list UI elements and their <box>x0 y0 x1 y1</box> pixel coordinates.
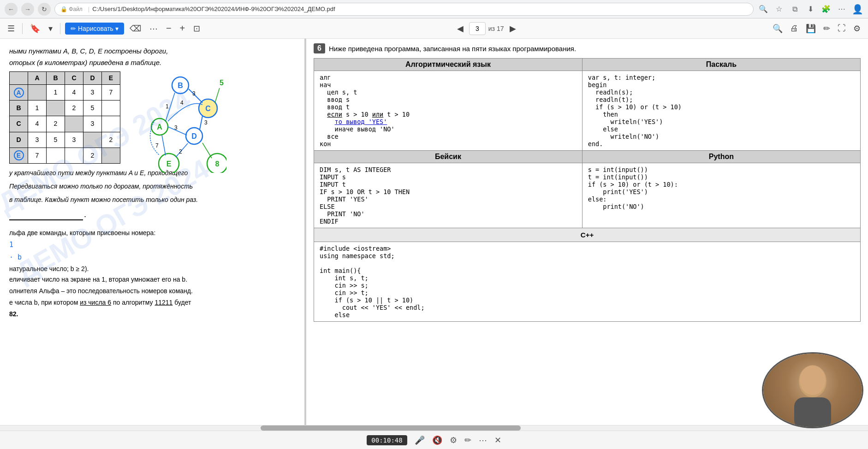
cell-ca: 4 <box>28 116 47 132</box>
table-header-b: B <box>47 72 65 85</box>
cell-da: 3 <box>28 132 47 148</box>
scroll-thumb[interactable] <box>261 425 521 431</box>
natural-text: натуральное число; b ≥ 2). <box>9 264 295 274</box>
star-icon[interactable]: ☆ <box>773 3 785 15</box>
basic-code-cell: DIM s, t AS INTEGER INPUT s INPUT t IF s… <box>314 163 583 228</box>
cell-ea: 7 <box>28 148 47 163</box>
cell-aa <box>28 85 47 100</box>
profile-icon[interactable]: 👤 <box>851 3 863 15</box>
question-header: 6 Ниже приведена программа, записанная н… <box>314 43 861 53</box>
alfa-line3: е числа b, при котором из числа 6 по алг… <box>9 298 295 307</box>
answer-input[interactable] <box>9 209 83 220</box>
cell-eb <box>47 148 65 163</box>
cell-ad: 3 <box>83 85 102 100</box>
sidebar-menu-button[interactable]: ☰ <box>5 22 18 35</box>
table-header-d: D <box>83 72 102 85</box>
close-icon[interactable]: ✕ <box>494 435 501 445</box>
fit-page-button[interactable]: ⊡ <box>190 22 203 35</box>
fullscreen-button[interactable]: ⛶ <box>835 22 849 35</box>
lang-algo-header: Алгоритмический язык <box>314 59 583 71</box>
row-header-e: E <box>10 148 28 163</box>
cmd2-display: · b <box>9 252 295 263</box>
code-row-basic-python: DIM s, t AS INTEGER INPUT s INPUT t IF s… <box>314 163 861 228</box>
zoom-icon[interactable]: 🔍 <box>757 3 769 15</box>
code-row-algo-pascal: алг нач цел s, t ввод s ввод t если s > … <box>314 71 861 151</box>
svg-text:3: 3 <box>192 90 196 97</box>
search-pdf-button[interactable]: 🔍 <box>770 22 785 35</box>
svg-text:A: A <box>157 123 162 131</box>
prev-page-button[interactable]: ◀ <box>454 22 466 35</box>
address-bar[interactable]: 🔒 Файл | C:/Users/1/Desktop/Информатика%… <box>54 3 754 16</box>
pdf-settings-button[interactable]: ⚙ <box>850 22 863 35</box>
svg-text:1: 1 <box>166 103 169 110</box>
mic-icon[interactable]: 🎤 <box>415 435 425 445</box>
separator1 <box>22 23 23 34</box>
more-menu-icon[interactable]: ⋯ <box>836 3 848 15</box>
distance-table: A B C D E A 1 4 3 7 <box>9 71 120 164</box>
page-navigation: ◀ из 17 ▶ <box>454 22 519 35</box>
question-line2: Передвигаться можно только по дорогам, п… <box>9 182 295 191</box>
row-header-b: B <box>10 100 28 116</box>
svg-text:3: 3 <box>204 119 208 126</box>
pen-icon: ✏ <box>71 25 76 32</box>
volume-icon[interactable]: 🔇 <box>432 435 442 445</box>
cell-ee <box>102 148 120 163</box>
svg-text:C: C <box>205 105 211 112</box>
print-button[interactable]: 🖨 <box>787 22 801 35</box>
table-row: A 1 4 3 7 <box>10 85 120 100</box>
download-icon[interactable]: ⬇ <box>804 3 816 15</box>
page-number-input[interactable] <box>469 22 486 35</box>
cell-dc: 3 <box>65 132 83 148</box>
alfa-header: льфа две команды, которым присвоены номе… <box>9 228 295 238</box>
cell-be <box>102 100 120 116</box>
page-total-label: из 17 <box>488 25 504 32</box>
webcam-overlay <box>762 352 863 428</box>
svg-line-25 <box>215 88 220 103</box>
lang-row-basic-python: Бейсик Python <box>314 151 861 163</box>
lang-pascal-header: Паскаль <box>582 59 860 71</box>
settings-icon[interactable]: ⚙ <box>450 435 457 445</box>
browser-bar: ← → ↻ 🔒 Файл | C:/Users/1/Desktop/Информ… <box>0 0 868 18</box>
question-line3: в таблице. Каждый пункт можно посетить т… <box>9 195 295 205</box>
zoom-in-button[interactable]: + <box>177 21 188 35</box>
zoom-out-button[interactable]: − <box>163 21 174 35</box>
back-button[interactable]: ← <box>5 3 18 16</box>
forward-button[interactable]: → <box>21 3 34 16</box>
annotate-button[interactable]: ✏ <box>820 22 833 35</box>
extensions-icon[interactable]: 🧩 <box>820 3 832 15</box>
horizontal-scrollbar[interactable] <box>0 425 868 431</box>
question-intro-text: Ниже приведена программа, записанная на … <box>329 45 576 53</box>
table-row: C 4 2 3 <box>10 116 120 132</box>
more-icon[interactable]: ⋯ <box>479 435 487 445</box>
cell-cc <box>65 116 83 132</box>
pdf-toolbar: ☰ 🔖 ▾ ✏ Нарисовать ▾ ⌫ ⋯ − + ⊡ ◀ из 17 ▶… <box>0 18 868 39</box>
save-button[interactable]: 💾 <box>803 22 819 35</box>
cell-db: 5 <box>47 132 65 148</box>
draw-label: Нарисовать <box>78 25 113 32</box>
table-header-empty <box>10 72 28 85</box>
cell-bd: 5 <box>83 100 102 116</box>
table-row: B 1 2 5 <box>10 100 120 116</box>
table-graph-area: A B C D E A 1 4 3 7 <box>9 71 295 164</box>
reload-button[interactable]: ↻ <box>38 3 51 16</box>
lock-icon: 🔒 Файл <box>60 6 83 12</box>
graph-svg: B C A D E 8 5 <box>134 71 226 173</box>
address-text: C:/Users/1/Desktop/Информатика%20ОГЭ%202… <box>92 6 335 12</box>
next-page-button[interactable]: ▶ <box>507 22 519 35</box>
svg-text:8: 8 <box>215 160 220 168</box>
bookmark-chevron-button[interactable]: ▾ <box>46 22 55 35</box>
bookmark-button[interactable]: 🔖 <box>27 22 43 35</box>
cmd1-display: 1 <box>9 240 295 250</box>
lang-python-header: Python <box>582 151 860 163</box>
draw-button[interactable]: ✏ Нарисовать ▾ <box>65 23 124 35</box>
table-header-c: C <box>65 72 83 85</box>
main-content: ДЕМО ОГЭ 2024 ДЕМО ОГЭ 2024 ными пунктам… <box>0 39 868 431</box>
tab-icon[interactable]: ⧉ <box>789 3 801 15</box>
eraser-button[interactable]: ⌫ <box>127 22 144 35</box>
cell-ec <box>65 148 83 163</box>
svg-line-17 <box>200 116 202 130</box>
more-tools-button[interactable]: ⋯ <box>147 22 161 35</box>
svg-text:3: 3 <box>174 124 178 131</box>
cell-ae: 7 <box>102 85 120 100</box>
pen-icon[interactable]: ✏ <box>464 435 471 445</box>
